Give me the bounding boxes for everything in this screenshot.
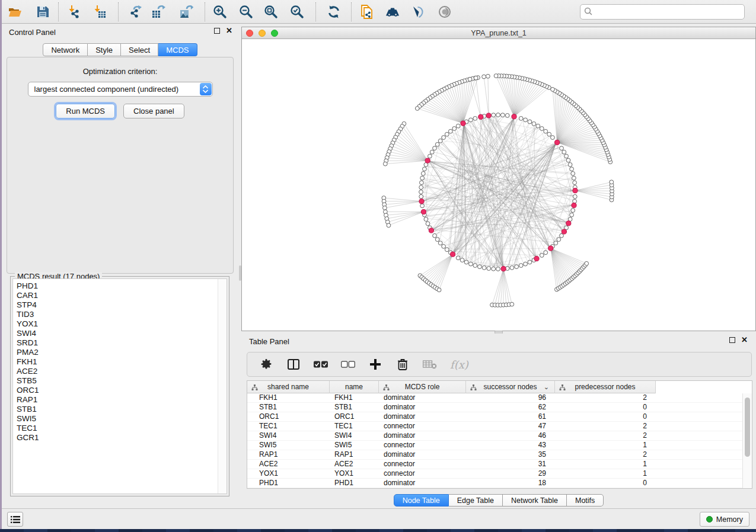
table-row[interactable]: ORC1ORC1dominator610 bbox=[247, 412, 742, 422]
column-header[interactable]: MCDS role bbox=[379, 381, 466, 393]
mcds-result-group: MCDS result (17 nodes) PHD1CAR1STP4TID3Y… bbox=[10, 276, 229, 496]
list-item[interactable]: SRD1 bbox=[13, 338, 227, 348]
table-row[interactable]: ACE2ACE2connector311 bbox=[247, 460, 742, 469]
tab-edge-table[interactable]: Edge Table bbox=[449, 494, 503, 507]
table-row[interactable]: STB1STB1dominator620 bbox=[247, 403, 742, 412]
table-row[interactable]: FKH1FKH1dominator962 bbox=[247, 393, 742, 403]
export-image-icon[interactable] bbox=[179, 5, 193, 19]
status-bar: Memory bbox=[1, 508, 756, 529]
table-header-row: shared namenameMCDS rolesuccessor nodes⌄… bbox=[247, 381, 656, 393]
scrollbar-thumb[interactable] bbox=[745, 398, 750, 457]
table-body: FKH1FKH1dominator962STB1STB1dominator620… bbox=[247, 393, 742, 488]
zoom-selected-icon[interactable] bbox=[290, 5, 304, 19]
tab-network-table[interactable]: Network Table bbox=[503, 494, 567, 507]
close-panel-icon[interactable]: ✕ bbox=[226, 28, 232, 34]
list-item[interactable]: ACE2 bbox=[13, 367, 227, 376]
list-item[interactable]: STB1 bbox=[13, 405, 227, 414]
table-row[interactable]: TEC1TEC1connector472 bbox=[247, 422, 742, 431]
list-item[interactable]: ORC1 bbox=[13, 386, 227, 395]
optimization-criterion-label: Optimization criterion: bbox=[7, 67, 233, 76]
criterion-select[interactable]: largest connected component (undirected) bbox=[28, 82, 213, 97]
table-row[interactable]: PHD1PHD1dominator180 bbox=[247, 479, 742, 488]
import-table-icon[interactable] bbox=[92, 5, 107, 19]
memory-button[interactable]: Memory bbox=[700, 512, 749, 527]
float-panel-icon[interactable] bbox=[214, 28, 220, 34]
table-row[interactable]: SWI4SWI4dominator462 bbox=[247, 431, 742, 441]
table-toolbar: f(x) bbox=[247, 352, 752, 377]
export-table-icon[interactable] bbox=[151, 5, 165, 19]
select-all-checkboxes-icon[interactable] bbox=[314, 357, 328, 371]
float-table-panel-icon[interactable] bbox=[729, 337, 735, 343]
list-scrollbar[interactable] bbox=[218, 279, 227, 493]
memory-status-icon bbox=[706, 516, 713, 523]
network-view-frame: YPA_prune.txt_1 bbox=[241, 27, 756, 331]
list-item[interactable]: SWI4 bbox=[13, 329, 227, 338]
list-item[interactable]: SWI5 bbox=[13, 414, 227, 424]
task-history-button[interactable] bbox=[7, 512, 23, 527]
tab-motifs[interactable]: Motifs bbox=[567, 494, 604, 507]
desktop-edge-strip bbox=[0, 0, 2, 529]
column-header[interactable]: successor nodes⌄ bbox=[466, 381, 555, 393]
list-item[interactable]: TID3 bbox=[13, 310, 227, 319]
run-mcds-button[interactable]: Run MCDS bbox=[56, 104, 115, 118]
export-network-icon[interactable] bbox=[128, 5, 142, 19]
delete-table-icon[interactable] bbox=[423, 357, 437, 371]
search-network-binoculars-icon[interactable] bbox=[385, 5, 400, 19]
tab-style[interactable]: Style bbox=[88, 43, 121, 56]
zoom-in-icon[interactable] bbox=[213, 5, 227, 19]
refresh-icon[interactable] bbox=[327, 5, 341, 19]
list-item[interactable]: RAP1 bbox=[13, 395, 227, 405]
search-icon bbox=[584, 7, 593, 18]
list-item[interactable]: YOX1 bbox=[13, 319, 227, 329]
sort-indicator-icon: ⌄ bbox=[544, 383, 549, 391]
delete-column-trash-icon[interactable] bbox=[395, 357, 410, 371]
network-canvas[interactable] bbox=[242, 39, 755, 331]
mcds-result-list[interactable]: PHD1CAR1STP4TID3YOX1SWI4SRD1PMA2FKH1ACE2… bbox=[12, 278, 227, 494]
network-view-titlebar[interactable]: YPA_prune.txt_1 bbox=[242, 27, 755, 39]
split-view-icon[interactable] bbox=[286, 357, 301, 371]
toolbar-separator bbox=[118, 2, 119, 21]
list-item[interactable]: CAR1 bbox=[13, 291, 227, 300]
open-session-icon[interactable] bbox=[8, 5, 22, 19]
deselect-all-checkboxes-icon[interactable] bbox=[341, 357, 355, 371]
column-header[interactable]: predecessor nodes bbox=[555, 381, 656, 393]
table-row[interactable]: YOX1YOX1connector291 bbox=[247, 469, 742, 479]
add-column-icon[interactable] bbox=[368, 357, 382, 371]
table-panel: Table Panel ✕ bbox=[241, 334, 756, 508]
zoom-out-icon[interactable] bbox=[239, 5, 253, 19]
column-header[interactable]: shared name bbox=[247, 381, 330, 393]
table-row[interactable]: RAP1RAP1dominator352 bbox=[247, 450, 742, 460]
control-panel: Control Panel ✕ Network Style Select MCD… bbox=[2, 24, 238, 508]
list-item[interactable]: GCR1 bbox=[13, 433, 227, 443]
tab-mcds[interactable]: MCDS bbox=[158, 43, 197, 56]
search-input[interactable] bbox=[580, 4, 745, 20]
function-builder-icon[interactable]: f(x) bbox=[450, 358, 468, 371]
memory-label: Memory bbox=[716, 515, 743, 524]
tab-node-table[interactable]: Node Table bbox=[394, 494, 449, 507]
control-panel-tabs: Network Style Select MCDS bbox=[43, 43, 197, 56]
column-settings-gear-icon[interactable] bbox=[259, 357, 273, 371]
criterion-value: largest connected component (undirected) bbox=[34, 85, 179, 94]
list-item[interactable]: PHD1 bbox=[13, 281, 227, 291]
hide-selected-eye-icon[interactable] bbox=[410, 5, 424, 19]
list-item[interactable]: STB5 bbox=[13, 376, 227, 386]
clone-network-icon[interactable] bbox=[359, 5, 374, 19]
import-network-icon[interactable] bbox=[67, 5, 81, 19]
network-view-title: YPA_prune.txt_1 bbox=[242, 29, 755, 37]
close-table-panel-icon[interactable]: ✕ bbox=[741, 337, 748, 343]
list-item[interactable]: PMA2 bbox=[13, 348, 227, 357]
tab-network[interactable]: Network bbox=[43, 43, 88, 56]
table-row[interactable]: SWI5SWI5connector431 bbox=[247, 441, 742, 450]
column-header[interactable]: name bbox=[330, 381, 379, 393]
list-icon bbox=[11, 515, 20, 524]
close-panel-button[interactable]: Close panel bbox=[123, 104, 184, 118]
tab-select[interactable]: Select bbox=[121, 43, 158, 56]
table-scrollbar[interactable] bbox=[742, 393, 752, 488]
save-session-icon[interactable] bbox=[36, 5, 50, 19]
list-item[interactable]: FKH1 bbox=[13, 357, 227, 367]
select-stepper-icon bbox=[200, 83, 212, 95]
list-item[interactable]: STP4 bbox=[13, 300, 227, 310]
zoom-fit-icon[interactable] bbox=[264, 5, 278, 19]
list-item[interactable]: TEC1 bbox=[13, 424, 227, 433]
show-all-eye-icon[interactable] bbox=[438, 5, 452, 19]
